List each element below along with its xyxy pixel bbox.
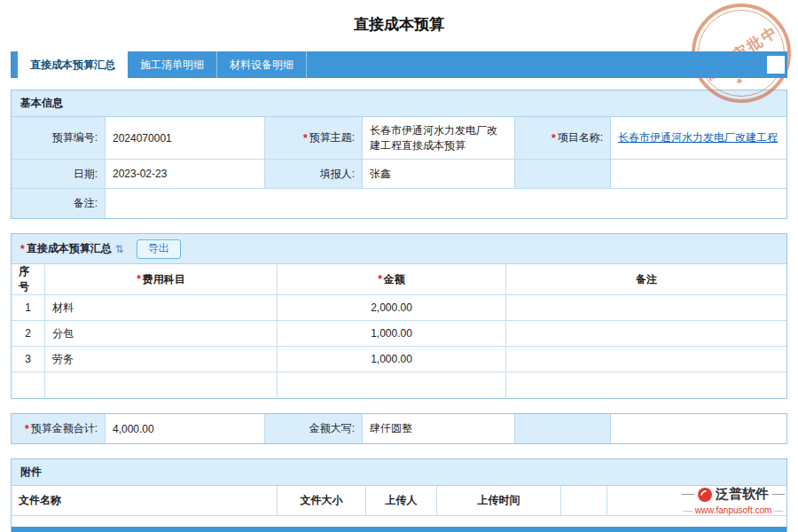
empty-label-cell (515, 160, 611, 189)
required-icon: * (303, 132, 308, 145)
reporter-value: 张鑫 (363, 160, 515, 189)
summary-section: * 直接成本预算汇总 ⇅ 导出 序号 *费用科目 *金额 备注 1 材料 2,0… (11, 233, 787, 399)
remark-value (106, 189, 786, 218)
reporter-label: 填报人: (265, 160, 363, 189)
col-header-no: 序号 (12, 264, 45, 295)
amount-words-value: 肆仟圆整 (363, 414, 515, 443)
empty-value-cell (611, 160, 786, 189)
row-item: 劳务 (45, 347, 278, 372)
export-button[interactable]: 导出 (137, 239, 181, 259)
totals-grid: *预算金额合计: 4,000.00 金额大写: 肆仟圆整 (12, 414, 786, 443)
attachments-table: 文件名称 文件大小 上传人 上传时间 (12, 486, 786, 516)
empty-row-cell (12, 372, 45, 398)
sort-icon[interactable]: ⇅ (115, 243, 124, 255)
row-remark (506, 321, 786, 347)
project-label: *项目名称: (515, 117, 611, 160)
row-remark (506, 295, 786, 321)
row-amount: 1,000.00 (278, 321, 506, 347)
tab-direct-cost-summary[interactable]: 直接成本预算汇总 (18, 51, 128, 78)
row-no: 3 (12, 347, 45, 372)
bottom-toolbar (12, 527, 786, 532)
total-label: *预算金额合计: (12, 414, 106, 443)
basic-info-grid: 预算编号: 2024070001 *预算主题: 长春市伊通河水力发电厂改建工程直… (12, 117, 786, 218)
fanpu-url: www.fanpusoft.com (676, 505, 791, 515)
remark-label: 备注: (12, 189, 106, 218)
page: 直接成本预算 流程审批中 ★ ★ ★ 直接成本预算汇总 施工清单明细 材料设备明… (0, 0, 798, 532)
summary-title: 直接成本预算汇总 (27, 241, 112, 256)
budget-no-label: 预算编号: (12, 117, 106, 160)
tab-material-equipment-detail[interactable]: 材料设备明细 (217, 51, 307, 78)
project-value: 长春市伊通河水力发电厂改建工程 (611, 117, 786, 160)
required-icon: * (20, 243, 25, 255)
col-header-item: *费用科目 (45, 264, 278, 295)
tabbar-corner-button[interactable] (767, 56, 785, 74)
project-link[interactable]: 长春市伊通河水力发电厂改建工程 (618, 130, 778, 145)
row-item: 分包 (45, 321, 278, 347)
date-value: 2023-02-23 (106, 160, 265, 189)
basic-info-section: 基本信息 预算编号: 2024070001 *预算主题: 长春市伊通河水力发电厂… (11, 90, 787, 219)
col-header-filename: 文件名称 (12, 486, 278, 516)
empty-row-cell (278, 372, 506, 398)
attachments-title: 附件 (12, 459, 786, 486)
empty-row-cell (506, 372, 786, 398)
attachments-section: 附件 文件名称 文件大小 上传人 上传时间 (11, 458, 787, 532)
required-icon: * (25, 423, 29, 435)
col-header-amount: *金额 (278, 264, 506, 295)
fanpu-logo-icon (698, 488, 712, 502)
empty-header-cell (561, 486, 607, 516)
empty-value-cell (611, 414, 786, 443)
empty-row-cell (45, 372, 278, 398)
tab-bar: 直接成本预算汇总 施工清单明细 材料设备明细 (11, 51, 787, 78)
subject-label: *预算主题: (265, 117, 363, 160)
fanpu-logo-text: 泛普软件 (716, 486, 769, 503)
date-label: 日期: (12, 160, 106, 189)
col-header-remark: 备注 (506, 264, 786, 295)
basic-info-title: 基本信息 (12, 90, 786, 117)
row-amount: 2,000.00 (278, 295, 506, 321)
required-icon: * (552, 132, 556, 145)
row-remark (506, 347, 786, 372)
col-header-uploader: 上传人 (366, 486, 437, 516)
empty-label-cell (515, 414, 611, 443)
row-amount: 1,000.00 (278, 347, 506, 372)
required-icon: * (137, 273, 141, 286)
totals-strip: *预算金额合计: 4,000.00 金额大写: 肆仟圆整 (11, 413, 787, 444)
amount-words-label: 金额大写: (265, 414, 363, 443)
required-icon: * (378, 273, 382, 286)
row-no: 1 (12, 295, 45, 321)
budget-no-value: 2024070001 (106, 117, 265, 160)
fanpu-watermark: 泛普软件 www.fanpusoft.com (676, 486, 791, 515)
summary-table: 序号 *费用科目 *金额 备注 1 材料 2,000.00 2 分包 1,000… (12, 264, 786, 398)
summary-header: * 直接成本预算汇总 ⇅ 导出 (12, 234, 786, 264)
total-value: 4,000.00 (106, 414, 265, 443)
col-header-uploadtime: 上传时间 (437, 486, 561, 516)
subject-value: 长春市伊通河水力发电厂改建工程直接成本预算 (363, 117, 515, 160)
attachments-spacer (12, 516, 786, 527)
page-title: 直接成本预算 (0, 0, 798, 35)
col-header-filesize: 文件大小 (278, 486, 366, 516)
row-no: 2 (12, 321, 45, 347)
tab-construction-list-detail[interactable]: 施工清单明细 (128, 51, 217, 78)
row-item: 材料 (45, 295, 278, 321)
